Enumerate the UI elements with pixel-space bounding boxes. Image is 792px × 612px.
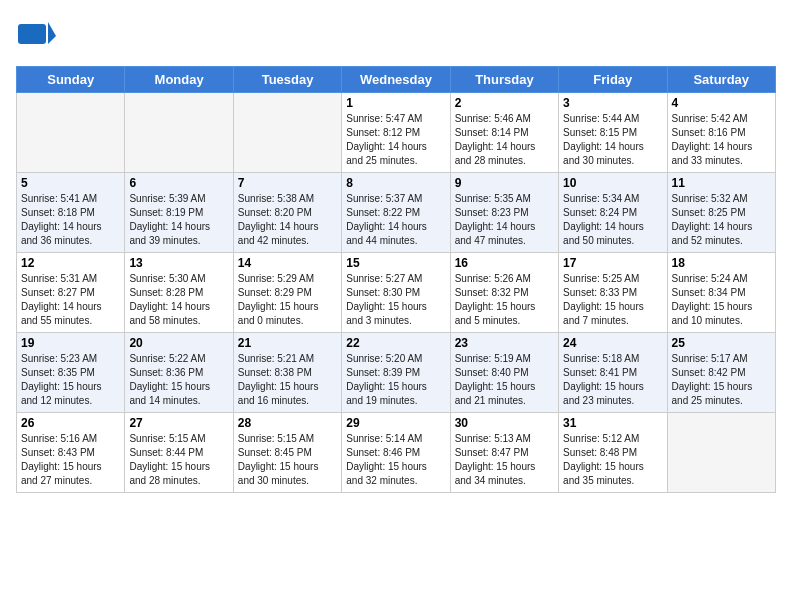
- day-info: Sunrise: 5:23 AMSunset: 8:35 PMDaylight:…: [21, 352, 120, 408]
- day-number: 12: [21, 256, 120, 270]
- calendar-cell: 16Sunrise: 5:26 AMSunset: 8:32 PMDayligh…: [450, 253, 558, 333]
- day-number: 23: [455, 336, 554, 350]
- page: SundayMondayTuesdayWednesdayThursdayFrid…: [0, 0, 792, 503]
- calendar-cell: 20Sunrise: 5:22 AMSunset: 8:36 PMDayligh…: [125, 333, 233, 413]
- logo: [16, 16, 60, 56]
- day-number: 2: [455, 96, 554, 110]
- day-number: 25: [672, 336, 771, 350]
- day-info: Sunrise: 5:39 AMSunset: 8:19 PMDaylight:…: [129, 192, 228, 248]
- day-number: 7: [238, 176, 337, 190]
- calendar-cell: 27Sunrise: 5:15 AMSunset: 8:44 PMDayligh…: [125, 413, 233, 493]
- day-number: 1: [346, 96, 445, 110]
- day-info: Sunrise: 5:32 AMSunset: 8:25 PMDaylight:…: [672, 192, 771, 248]
- day-info: Sunrise: 5:19 AMSunset: 8:40 PMDaylight:…: [455, 352, 554, 408]
- calendar-cell: 19Sunrise: 5:23 AMSunset: 8:35 PMDayligh…: [17, 333, 125, 413]
- day-info: Sunrise: 5:13 AMSunset: 8:47 PMDaylight:…: [455, 432, 554, 488]
- day-info: Sunrise: 5:37 AMSunset: 8:22 PMDaylight:…: [346, 192, 445, 248]
- day-info: Sunrise: 5:24 AMSunset: 8:34 PMDaylight:…: [672, 272, 771, 328]
- calendar-cell: 1Sunrise: 5:47 AMSunset: 8:12 PMDaylight…: [342, 93, 450, 173]
- day-number: 24: [563, 336, 662, 350]
- calendar-cell: [17, 93, 125, 173]
- day-info: Sunrise: 5:31 AMSunset: 8:27 PMDaylight:…: [21, 272, 120, 328]
- weekday-header-row: SundayMondayTuesdayWednesdayThursdayFrid…: [17, 67, 776, 93]
- calendar-cell: 5Sunrise: 5:41 AMSunset: 8:18 PMDaylight…: [17, 173, 125, 253]
- day-info: Sunrise: 5:25 AMSunset: 8:33 PMDaylight:…: [563, 272, 662, 328]
- day-info: Sunrise: 5:44 AMSunset: 8:15 PMDaylight:…: [563, 112, 662, 168]
- calendar-cell: 4Sunrise: 5:42 AMSunset: 8:16 PMDaylight…: [667, 93, 775, 173]
- calendar-cell: 28Sunrise: 5:15 AMSunset: 8:45 PMDayligh…: [233, 413, 341, 493]
- day-info: Sunrise: 5:12 AMSunset: 8:48 PMDaylight:…: [563, 432, 662, 488]
- weekday-header-saturday: Saturday: [667, 67, 775, 93]
- day-info: Sunrise: 5:20 AMSunset: 8:39 PMDaylight:…: [346, 352, 445, 408]
- weekday-header-monday: Monday: [125, 67, 233, 93]
- calendar-cell: 2Sunrise: 5:46 AMSunset: 8:14 PMDaylight…: [450, 93, 558, 173]
- day-number: 9: [455, 176, 554, 190]
- calendar-cell: 22Sunrise: 5:20 AMSunset: 8:39 PMDayligh…: [342, 333, 450, 413]
- day-number: 15: [346, 256, 445, 270]
- logo-icon: [16, 16, 56, 56]
- day-info: Sunrise: 5:21 AMSunset: 8:38 PMDaylight:…: [238, 352, 337, 408]
- day-number: 3: [563, 96, 662, 110]
- day-info: Sunrise: 5:47 AMSunset: 8:12 PMDaylight:…: [346, 112, 445, 168]
- day-info: Sunrise: 5:38 AMSunset: 8:20 PMDaylight:…: [238, 192, 337, 248]
- day-info: Sunrise: 5:16 AMSunset: 8:43 PMDaylight:…: [21, 432, 120, 488]
- calendar-cell: [667, 413, 775, 493]
- day-info: Sunrise: 5:17 AMSunset: 8:42 PMDaylight:…: [672, 352, 771, 408]
- day-number: 17: [563, 256, 662, 270]
- day-number: 20: [129, 336, 228, 350]
- calendar-cell: 7Sunrise: 5:38 AMSunset: 8:20 PMDaylight…: [233, 173, 341, 253]
- weekday-header-friday: Friday: [559, 67, 667, 93]
- day-number: 29: [346, 416, 445, 430]
- calendar-cell: 11Sunrise: 5:32 AMSunset: 8:25 PMDayligh…: [667, 173, 775, 253]
- calendar-cell: 25Sunrise: 5:17 AMSunset: 8:42 PMDayligh…: [667, 333, 775, 413]
- calendar-week-row: 5Sunrise: 5:41 AMSunset: 8:18 PMDaylight…: [17, 173, 776, 253]
- calendar-cell: 23Sunrise: 5:19 AMSunset: 8:40 PMDayligh…: [450, 333, 558, 413]
- calendar-cell: 31Sunrise: 5:12 AMSunset: 8:48 PMDayligh…: [559, 413, 667, 493]
- day-number: 4: [672, 96, 771, 110]
- weekday-header-thursday: Thursday: [450, 67, 558, 93]
- calendar-cell: 12Sunrise: 5:31 AMSunset: 8:27 PMDayligh…: [17, 253, 125, 333]
- day-number: 22: [346, 336, 445, 350]
- calendar-cell: 29Sunrise: 5:14 AMSunset: 8:46 PMDayligh…: [342, 413, 450, 493]
- calendar-cell: [233, 93, 341, 173]
- calendar-cell: 6Sunrise: 5:39 AMSunset: 8:19 PMDaylight…: [125, 173, 233, 253]
- day-number: 5: [21, 176, 120, 190]
- weekday-header-wednesday: Wednesday: [342, 67, 450, 93]
- day-number: 26: [21, 416, 120, 430]
- calendar-cell: 15Sunrise: 5:27 AMSunset: 8:30 PMDayligh…: [342, 253, 450, 333]
- day-number: 10: [563, 176, 662, 190]
- day-info: Sunrise: 5:15 AMSunset: 8:45 PMDaylight:…: [238, 432, 337, 488]
- day-info: Sunrise: 5:34 AMSunset: 8:24 PMDaylight:…: [563, 192, 662, 248]
- day-number: 11: [672, 176, 771, 190]
- header: [16, 16, 776, 56]
- day-number: 19: [21, 336, 120, 350]
- day-info: Sunrise: 5:27 AMSunset: 8:30 PMDaylight:…: [346, 272, 445, 328]
- weekday-header-tuesday: Tuesday: [233, 67, 341, 93]
- day-number: 6: [129, 176, 228, 190]
- day-info: Sunrise: 5:14 AMSunset: 8:46 PMDaylight:…: [346, 432, 445, 488]
- calendar-cell: 18Sunrise: 5:24 AMSunset: 8:34 PMDayligh…: [667, 253, 775, 333]
- calendar-cell: 14Sunrise: 5:29 AMSunset: 8:29 PMDayligh…: [233, 253, 341, 333]
- day-number: 8: [346, 176, 445, 190]
- day-number: 16: [455, 256, 554, 270]
- day-number: 21: [238, 336, 337, 350]
- calendar-cell: [125, 93, 233, 173]
- calendar-cell: 26Sunrise: 5:16 AMSunset: 8:43 PMDayligh…: [17, 413, 125, 493]
- day-info: Sunrise: 5:18 AMSunset: 8:41 PMDaylight:…: [563, 352, 662, 408]
- calendar-cell: 24Sunrise: 5:18 AMSunset: 8:41 PMDayligh…: [559, 333, 667, 413]
- calendar-cell: 21Sunrise: 5:21 AMSunset: 8:38 PMDayligh…: [233, 333, 341, 413]
- day-number: 28: [238, 416, 337, 430]
- day-info: Sunrise: 5:22 AMSunset: 8:36 PMDaylight:…: [129, 352, 228, 408]
- day-info: Sunrise: 5:15 AMSunset: 8:44 PMDaylight:…: [129, 432, 228, 488]
- svg-marker-1: [48, 22, 56, 44]
- calendar-cell: 10Sunrise: 5:34 AMSunset: 8:24 PMDayligh…: [559, 173, 667, 253]
- day-number: 31: [563, 416, 662, 430]
- calendar-cell: 30Sunrise: 5:13 AMSunset: 8:47 PMDayligh…: [450, 413, 558, 493]
- day-info: Sunrise: 5:26 AMSunset: 8:32 PMDaylight:…: [455, 272, 554, 328]
- svg-rect-0: [18, 24, 46, 44]
- day-number: 13: [129, 256, 228, 270]
- day-number: 27: [129, 416, 228, 430]
- day-info: Sunrise: 5:41 AMSunset: 8:18 PMDaylight:…: [21, 192, 120, 248]
- calendar-table: SundayMondayTuesdayWednesdayThursdayFrid…: [16, 66, 776, 493]
- day-info: Sunrise: 5:29 AMSunset: 8:29 PMDaylight:…: [238, 272, 337, 328]
